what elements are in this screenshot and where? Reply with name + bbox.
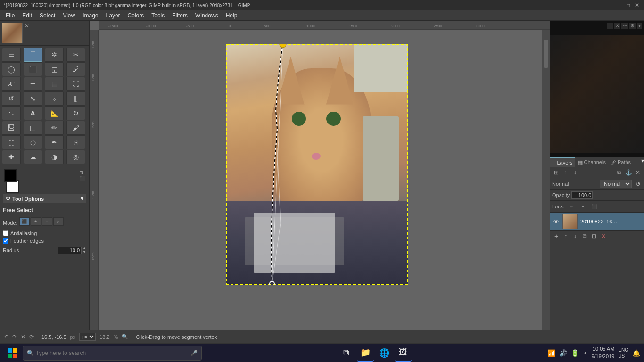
menu-windows[interactable]: Windows	[191, 11, 222, 20]
duplicate-layer-button[interactable]: ⧉	[615, 168, 623, 177]
tool-text[interactable]: A	[24, 106, 42, 120]
taskbar-browser[interactable]: 🌐	[376, 345, 393, 362]
tool-smudge[interactable]: ☁	[24, 150, 42, 164]
anchor-layer-button[interactable]: ⚓	[624, 168, 633, 177]
layer-item[interactable]: 👁 20190822_16002	[550, 213, 644, 230]
menu-edit[interactable]: Edit	[18, 11, 36, 20]
foreground-color[interactable]	[4, 169, 17, 182]
menu-view[interactable]: View	[59, 11, 79, 20]
tool-shear[interactable]: ⬦	[45, 91, 64, 106]
image-thumbnail[interactable]	[2, 23, 23, 43]
vscroll-thumb[interactable]	[544, 40, 548, 68]
tool-airbrush[interactable]: ◌	[24, 135, 42, 149]
mode-subtract-button[interactable]: −	[42, 217, 52, 226]
locale-display[interactable]: ENG US	[618, 347, 628, 359]
undo-button[interactable]: ↶	[4, 334, 8, 340]
tool-crop[interactable]: ⛶	[66, 77, 85, 91]
lock-pixels-button[interactable]: ✏	[567, 202, 576, 211]
tool-flip[interactable]: ⇋	[2, 106, 21, 120]
blend-mode-select[interactable]: Normal Multiply Screen	[600, 180, 632, 188]
antialiasing-checkbox[interactable]	[3, 230, 8, 236]
tool-ellipse-select[interactable]: ◯	[2, 62, 21, 76]
redo-button[interactable]: ↷	[12, 334, 17, 340]
panel-icon-4[interactable]: ⚙	[629, 23, 636, 29]
lower-layer-button[interactable]: ↓	[571, 168, 579, 177]
layer-up-button[interactable]: ↑	[561, 232, 570, 240]
menu-colors[interactable]: Colors	[124, 11, 148, 20]
tool-select-by-color[interactable]: ⬛	[24, 62, 42, 76]
mode-add-button[interactable]: +	[31, 217, 41, 226]
delete-layer-button[interactable]: ✕	[634, 168, 642, 177]
clock[interactable]: 10:05 AM 9/19/2019	[591, 346, 614, 360]
tool-gradient[interactable]: ◫	[24, 121, 42, 135]
tool-pencil[interactable]: ✏	[45, 121, 64, 135]
add-layer-button[interactable]: +	[552, 232, 561, 240]
reset-mode-button[interactable]: ↺	[634, 180, 642, 188]
vertical-scrollbar[interactable]	[542, 30, 550, 338]
close-button[interactable]: ✕	[634, 2, 640, 8]
remove-layer-button[interactable]: ✕	[599, 232, 608, 240]
image-canvas[interactable]	[226, 44, 408, 285]
tool-move[interactable]: ✛	[24, 77, 42, 91]
menu-file[interactable]: File	[2, 11, 18, 20]
radius-down-button[interactable]: ▼	[83, 250, 86, 254]
tool-scissors[interactable]: ✂	[66, 48, 85, 62]
volume-icon[interactable]: 🔊	[559, 349, 567, 357]
tab-paths[interactable]: 🖊 Paths	[609, 157, 634, 167]
tool-heal[interactable]: ✚	[2, 150, 21, 164]
panel-icon-1[interactable]: □	[607, 23, 613, 29]
up-arrow-icon[interactable]: ▲	[583, 350, 587, 355]
layer-to-image-button[interactable]: ⊡	[590, 232, 598, 240]
mode-replace-button[interactable]: ⬛	[19, 217, 30, 226]
swap-colors-button[interactable]: ⇅	[80, 170, 85, 175]
tool-eraser[interactable]: ⬚	[2, 135, 21, 149]
tab-layers[interactable]: ≡ Layers	[550, 157, 575, 167]
feather-edges-checkbox[interactable]	[3, 238, 8, 244]
notification-icon[interactable]: 🔔	[632, 349, 640, 357]
panel-icon-5[interactable]: ▾	[637, 23, 642, 29]
menu-filters[interactable]: Filters	[168, 11, 191, 20]
tool-rotate[interactable]: ↺	[2, 91, 21, 106]
panel-icon-3[interactable]: ✏	[621, 23, 628, 29]
radius-input[interactable]	[58, 247, 82, 254]
opacity-input[interactable]	[571, 191, 593, 199]
panel-icon-2[interactable]: ✕	[614, 23, 620, 29]
tool-clone[interactable]: ⎘	[66, 135, 85, 149]
panel-menu-button[interactable]: ▾	[641, 157, 644, 167]
image-close-button[interactable]: ✕	[25, 23, 29, 29]
tool-rect-select[interactable]: ▭	[2, 48, 21, 62]
tool-perspective[interactable]: ⟦	[66, 91, 85, 106]
tab-channels[interactable]: ▦ Channels	[575, 157, 608, 167]
background-color[interactable]	[6, 180, 19, 193]
network-icon[interactable]: 📶	[547, 349, 555, 357]
new-group-button[interactable]: ⊞	[552, 168, 561, 177]
start-button[interactable]	[4, 345, 21, 362]
tool-blur-sharpen[interactable]: ◎	[66, 150, 85, 164]
tool-align[interactable]: ▤	[45, 77, 64, 91]
tool-fuzzy-select[interactable]: ✲	[45, 48, 64, 62]
reset-colors-button[interactable]: ⬛	[80, 176, 85, 181]
tool-foreground-select[interactable]: ◱	[45, 62, 64, 76]
tool-free-select[interactable]: ⌒	[24, 48, 42, 62]
tool-transform[interactable]: ↻	[66, 106, 85, 120]
search-bar[interactable]: 🔍 🎤	[23, 346, 202, 361]
tool-options-menu-button[interactable]: ▾	[81, 196, 83, 202]
mode-intersect-button[interactable]: ∩	[53, 217, 64, 226]
minimize-button[interactable]: —	[617, 2, 623, 8]
tool-paintbrush[interactable]: 🖌	[66, 121, 85, 135]
menu-layer[interactable]: Layer	[102, 11, 124, 20]
history-button[interactable]: ⟳	[29, 334, 34, 340]
zoom-select[interactable]: px %	[79, 333, 96, 341]
lock-alpha-button[interactable]: ⬛	[590, 202, 598, 211]
taskbar-explorer[interactable]: 📁	[357, 345, 374, 362]
menu-select[interactable]: Select	[36, 11, 59, 20]
tool-paths[interactable]: 🖊	[66, 62, 85, 76]
raise-layer-button[interactable]: ↑	[561, 168, 570, 177]
maximize-button[interactable]: □	[625, 2, 632, 8]
taskbar-gimp[interactable]: 🖼	[395, 345, 412, 362]
cancel-button[interactable]: ✕	[21, 334, 25, 340]
tool-color-picker[interactable]: 🖇	[2, 77, 21, 91]
lock-position-button[interactable]: +	[578, 202, 587, 211]
tool-measure[interactable]: 📐	[45, 106, 64, 120]
menu-image[interactable]: Image	[79, 11, 102, 20]
